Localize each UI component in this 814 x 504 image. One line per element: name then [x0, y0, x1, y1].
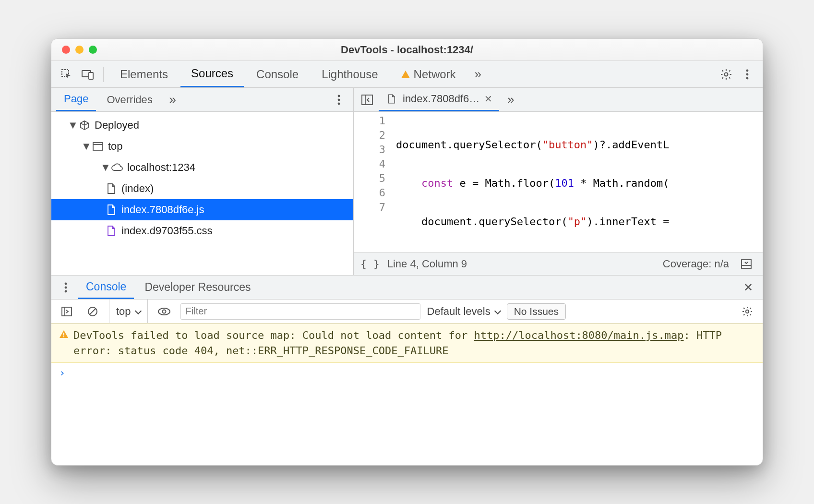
- tab-console[interactable]: Console: [246, 61, 309, 87]
- warning-icon: [59, 330, 69, 359]
- svg-point-25: [746, 310, 749, 312]
- editor-tabstrip: index.7808df6… ✕ »: [354, 88, 763, 112]
- drawer-tabstrip: Console Developer Resources ✕: [51, 276, 763, 300]
- device-toolbar-icon[interactable]: [78, 65, 97, 84]
- tab-network-label: Network: [414, 68, 456, 81]
- cloud-icon: [111, 161, 123, 174]
- svg-rect-26: [63, 333, 64, 336]
- context-selector[interactable]: top: [109, 300, 148, 323]
- cube-icon: [78, 119, 91, 132]
- navigator-kebab-icon[interactable]: [329, 90, 348, 109]
- separator: [103, 67, 104, 82]
- source-map-url-link[interactable]: http://localhost:8080/main.js.map: [474, 329, 683, 341]
- navigator-tabstrip: Page Overrides »: [51, 88, 353, 112]
- console-prompt[interactable]: ›: [51, 363, 763, 383]
- tree-file-index-label: (index): [121, 182, 154, 195]
- window-title: DevTools - localhost:1234/: [51, 44, 763, 56]
- svg-point-9: [338, 102, 340, 105]
- settings-icon[interactable]: [717, 65, 736, 84]
- code-content: document.querySelector("button")?.addEve…: [396, 112, 763, 252]
- cursor-position: Line 4, Column 9: [387, 258, 467, 270]
- log-level-label: Default levels: [427, 305, 491, 318]
- filter-input[interactable]: [180, 303, 420, 320]
- svg-rect-19: [62, 307, 72, 316]
- document-icon: [105, 225, 118, 237]
- drawer-kebab-icon[interactable]: [56, 278, 75, 297]
- close-drawer-icon[interactable]: ✕: [739, 278, 758, 297]
- svg-rect-27: [63, 336, 64, 337]
- inspect-element-icon[interactable]: [57, 65, 76, 84]
- navigator-tab-page[interactable]: Page: [56, 88, 96, 111]
- pretty-print-icon[interactable]: { }: [360, 258, 380, 270]
- console-settings-icon[interactable]: [738, 302, 757, 321]
- tree-file-css-label: index.d9703f55.css: [121, 225, 213, 237]
- navigator-more-tabs[interactable]: »: [163, 90, 182, 109]
- svg-point-24: [162, 310, 166, 313]
- chevron-down-icon: [493, 305, 500, 318]
- sources-panel: Page Overrides » ▼ Deployed ▼ top: [51, 88, 763, 275]
- document-icon: [105, 204, 118, 216]
- tree-deployed[interactable]: ▼ Deployed: [51, 115, 353, 136]
- editor-tab-file[interactable]: index.7808df6… ✕: [379, 88, 499, 111]
- chevron-down-icon: [134, 305, 141, 318]
- tree-file-js[interactable]: index.7808df6e.js: [51, 199, 353, 220]
- editor-pane: index.7808df6… ✕ » 1 2 3 4 5 6 7 documen…: [354, 88, 763, 275]
- console-toolbar: top Default levels No Issues: [51, 300, 763, 324]
- console-warning-text: DevTools failed to load source map: Coul…: [73, 328, 755, 359]
- console-warning-row[interactable]: DevTools failed to load source map: Coul…: [51, 324, 763, 363]
- tab-lighthouse[interactable]: Lighthouse: [311, 61, 388, 87]
- svg-line-22: [90, 309, 96, 314]
- coverage-status: Coverage: n/a: [663, 258, 729, 270]
- svg-point-23: [158, 308, 170, 315]
- issues-button[interactable]: No Issues: [507, 303, 566, 320]
- tree-file-js-label: index.7808df6e.js: [121, 204, 204, 216]
- live-expression-icon[interactable]: [155, 302, 174, 321]
- svg-point-17: [65, 286, 67, 288]
- toggle-navigator-icon[interactable]: [358, 90, 377, 109]
- svg-point-4: [746, 69, 749, 72]
- line-gutter: 1 2 3 4 5 6 7: [354, 112, 396, 252]
- maximize-window-button[interactable]: [89, 46, 97, 54]
- code-editor[interactable]: 1 2 3 4 5 6 7 document.querySelector("bu…: [354, 112, 763, 252]
- window-controls: [51, 46, 97, 54]
- clear-console-icon[interactable]: [83, 302, 102, 321]
- tab-sources[interactable]: Sources: [180, 61, 244, 87]
- navigator-tab-overrides[interactable]: Overrides: [99, 88, 160, 111]
- titlebar: DevTools - localhost:1234/: [51, 39, 763, 61]
- svg-rect-2: [89, 72, 93, 79]
- close-tab-icon[interactable]: ✕: [484, 93, 492, 105]
- editor-more-tabs[interactable]: »: [501, 90, 520, 109]
- more-tabs-button[interactable]: »: [468, 65, 488, 84]
- drawer-tab-console[interactable]: Console: [78, 276, 134, 299]
- svg-point-6: [746, 77, 749, 79]
- tree-file-index[interactable]: (index): [51, 178, 353, 199]
- tree-top[interactable]: ▼ top: [51, 136, 353, 157]
- main-tabstrip: Elements Sources Console Lighthouse Netw…: [51, 61, 763, 88]
- tab-elements[interactable]: Elements: [109, 61, 179, 87]
- tab-network[interactable]: Network: [391, 61, 467, 87]
- tree-origin[interactable]: ▼ localhost:1234: [51, 157, 353, 178]
- svg-rect-10: [93, 143, 103, 150]
- toggle-sidebar-icon[interactable]: [57, 302, 76, 321]
- editor-statusbar: { } Line 4, Column 9 Coverage: n/a: [354, 252, 763, 275]
- svg-point-7: [338, 95, 340, 97]
- devtools-window: DevTools - localhost:1234/ Elements Sour…: [51, 38, 763, 466]
- document-icon: [385, 93, 398, 105]
- file-tree: ▼ Deployed ▼ top ▼ localhost:1234 (index…: [51, 112, 353, 275]
- svg-point-5: [746, 73, 749, 75]
- close-window-button[interactable]: [62, 46, 70, 54]
- kebab-menu-icon[interactable]: [738, 65, 757, 84]
- document-icon: [105, 182, 118, 195]
- context-label: top: [116, 305, 131, 318]
- console-output: DevTools failed to load source map: Coul…: [51, 324, 763, 465]
- svg-point-16: [65, 282, 67, 285]
- svg-point-18: [65, 290, 67, 292]
- tree-origin-label: localhost:1234: [127, 161, 195, 174]
- tree-file-css[interactable]: index.d9703f55.css: [51, 220, 353, 241]
- show-drawer-icon[interactable]: [737, 254, 756, 274]
- minimize-window-button[interactable]: [75, 46, 84, 54]
- log-level-selector[interactable]: Default levels: [427, 305, 500, 318]
- navigator-pane: Page Overrides » ▼ Deployed ▼ top: [51, 88, 354, 275]
- drawer-tab-dev-resources[interactable]: Developer Resources: [137, 276, 258, 299]
- console-drawer: Console Developer Resources ✕ top Defaul…: [51, 275, 763, 465]
